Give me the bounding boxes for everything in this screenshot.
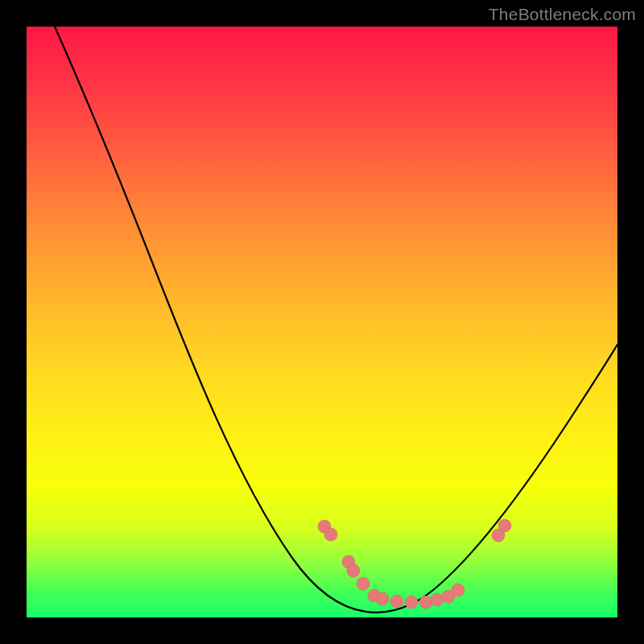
highlight-dot: [405, 596, 418, 609]
highlight-dot: [376, 592, 389, 605]
highlight-dot: [419, 596, 432, 609]
highlight-dot-group: [318, 519, 511, 609]
highlight-dot: [431, 593, 444, 606]
highlight-dot: [498, 519, 511, 532]
highlight-dot: [324, 528, 337, 541]
highlight-dot: [452, 584, 464, 597]
highlight-dot: [390, 595, 403, 608]
watermark-text: TheBottleneck.com: [489, 5, 636, 24]
highlight-dot: [347, 564, 360, 577]
chart-frame: TheBottleneck.com: [0, 0, 644, 644]
highlight-dot: [357, 577, 369, 590]
chart-overlay: [27, 27, 617, 617]
bottleneck-curve: [55, 27, 617, 613]
